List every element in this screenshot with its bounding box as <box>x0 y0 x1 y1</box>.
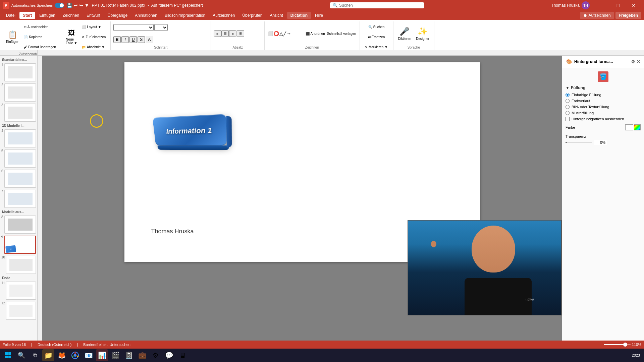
menu-item-datei[interactable]: Datei <box>3 12 19 19</box>
align-left-button[interactable]: ≡ <box>214 30 221 37</box>
taskbar-chrome[interactable] <box>69 349 81 361</box>
paste-button[interactable]: 📋 Einfügen <box>4 27 21 47</box>
undo-icon[interactable]: ↩ <box>74 3 78 8</box>
share-button[interactable]: Freigeben <box>615 12 641 19</box>
search-input[interactable] <box>339 3 413 8</box>
color-picker-button[interactable] <box>634 124 641 130</box>
font-color-button[interactable]: A <box>146 36 153 43</box>
right-panel: 🎨 Hintergrund forma... ⚙ ✕ 🪣 ▼ Füllung E… <box>562 56 644 341</box>
slide-thumb-4[interactable] <box>4 129 36 147</box>
radio-bild-textur[interactable]: Bild- oder Texturfüllung <box>566 105 641 109</box>
reset-button[interactable]: ↺ Zurücksetzen <box>80 32 108 42</box>
new-slide-button[interactable]: 🖼 NeueFolie ▼ <box>64 27 79 47</box>
slide-thumb-5[interactable] <box>4 149 36 168</box>
strikethrough-button[interactable]: S <box>138 36 145 43</box>
section-label-modelle: Modelle aus... <box>1 209 36 215</box>
taskview-button[interactable]: ⧉ <box>28 349 42 361</box>
shape-triangle[interactable]: △ <box>279 31 283 36</box>
font-family-select[interactable] <box>113 24 154 31</box>
slide-thumb-7[interactable] <box>4 190 36 208</box>
windows-logo <box>5 352 11 359</box>
zoom-slider[interactable] <box>604 344 631 345</box>
shape-arrow[interactable]: → <box>286 31 291 36</box>
radio-muster[interactable]: Musterfüllung <box>566 111 641 115</box>
transparenz-input[interactable] <box>594 140 607 145</box>
canvas-area[interactable]: Information 1 Thomas Hruska <box>42 56 562 341</box>
align-right-button[interactable]: ≡ <box>229 30 236 37</box>
menu-item-ansicht[interactable]: Ansicht <box>266 12 286 19</box>
checkbox-hintergrund[interactable]: Hintergrundgrafiken ausblenden <box>566 117 641 121</box>
taskbar-app-misc2[interactable]: 💬 <box>163 349 175 361</box>
dictate-button[interactable]: 🎤 Diktieren <box>396 23 413 44</box>
slide-thumb-10[interactable] <box>6 256 36 274</box>
replace-button[interactable]: ⇄ Ersetzen <box>366 32 387 42</box>
taskbar-teams[interactable]: 💼 <box>136 349 148 361</box>
menu-item-uebergaenge[interactable]: Übergänge <box>104 12 131 19</box>
radio-farbverlauf[interactable]: Farbverlauf <box>566 99 641 103</box>
taskbar-obs[interactable]: 🎬 <box>109 349 121 361</box>
slide-thumb-9[interactable]: i1 <box>4 236 36 254</box>
find-button[interactable]: 🔍 Suchen <box>366 22 387 32</box>
font-size-select[interactable] <box>154 24 168 31</box>
align-center-button[interactable]: ☰ <box>221 30 229 37</box>
redo-icon[interactable]: ↪ <box>79 3 83 8</box>
menu-item-entwurf[interactable]: Entwurf <box>83 12 104 19</box>
taskbar-outlook[interactable]: 📧 <box>83 349 95 361</box>
windows-start-button[interactable] <box>1 349 15 361</box>
italic-button[interactable]: I <box>121 36 129 43</box>
menu-item-bildschirm[interactable]: Bildschirmpräsentation <box>161 12 209 19</box>
minimize-button[interactable]: — <box>595 0 610 11</box>
layout-button[interactable]: ⬜ Layout ▼ <box>80 22 108 32</box>
menu-item-zeichnen[interactable]: Zeichnen <box>59 12 83 19</box>
search-taskbar-button[interactable]: 🔍 <box>15 349 28 361</box>
slide-panel[interactable]: Standardabsc... 1 2 3 3D Modelle i... 4 <box>0 56 38 341</box>
close-button[interactable]: ✕ <box>626 0 641 11</box>
menu-item-dictation[interactable]: Dictation <box>287 12 311 19</box>
taskbar-app-misc1[interactable]: ⚙ <box>150 349 162 361</box>
slide-thumb-11[interactable] <box>6 282 36 300</box>
shape-rect[interactable]: ⬜ <box>267 31 273 36</box>
menu-item-animationen[interactable]: Animationen <box>131 12 161 19</box>
cut-button[interactable]: ✂ Ausschneiden <box>22 22 58 32</box>
taskbar-explorer[interactable]: 📁 <box>42 349 54 361</box>
right-panel-close-icon[interactable]: ✕ <box>637 59 641 64</box>
autosave-indicator[interactable]: Automatisches Speichern <box>11 3 64 8</box>
taskbar-firefox[interactable]: 🦊 <box>56 349 68 361</box>
maximize-button[interactable]: □ <box>610 0 626 11</box>
right-panel-settings-icon[interactable]: ⚙ <box>631 59 635 64</box>
radio-einfarbig[interactable]: Einfarbige Füllung <box>566 93 641 97</box>
taskbar-app-misc3[interactable]: 🖥 <box>176 349 189 361</box>
slide-thumb-2[interactable] <box>4 83 36 102</box>
transparenz-track[interactable] <box>566 142 592 143</box>
slide-thumb-3[interactable] <box>4 104 36 122</box>
justify-button[interactable]: ≣ <box>237 30 244 37</box>
customize-icon[interactable]: ▼ <box>85 3 89 8</box>
menu-item-start[interactable]: Start <box>19 12 35 19</box>
fullung-header[interactable]: ▼ Füllung <box>566 85 641 90</box>
slide-thumb-1[interactable] <box>4 63 36 81</box>
record-button[interactable]: ⏺ Aufzeichnen <box>580 12 614 19</box>
taskbar-powerpoint[interactable]: 📊 <box>96 349 108 361</box>
menu-item-ueberpruefen[interactable]: Überprüfen <box>239 12 266 19</box>
zoom-controls[interactable]: 110% <box>604 343 641 347</box>
color-swatch[interactable] <box>625 124 633 130</box>
save-icon[interactable]: 💾 <box>67 3 72 8</box>
arrange-button[interactable]: ⬛ Anordnen <box>305 31 326 36</box>
underline-button[interactable]: U <box>129 36 137 43</box>
menu-item-aufzeichnen[interactable]: Aufzeichnen <box>209 12 238 19</box>
menu-item-hilfe[interactable]: Hilfe <box>312 12 326 19</box>
slide-thumb-6[interactable] <box>4 170 36 188</box>
slide-thumb-12[interactable] <box>6 302 36 320</box>
shape-line[interactable]: ╱ <box>283 31 286 36</box>
slide-thumb-8[interactable] <box>4 216 36 234</box>
shape-circle[interactable]: ⭕ <box>273 31 279 36</box>
designer-button[interactable]: ✨ Designer <box>414 23 431 44</box>
copy-button[interactable]: 📄 Kopieren <box>22 32 58 42</box>
quickstyles-button[interactable]: Schnellstil-vorlagen <box>326 31 357 36</box>
user-avatar[interactable]: TH <box>582 1 590 9</box>
info-3d-button[interactable]: Information 1 <box>152 114 226 145</box>
search-box[interactable]: 🔍 <box>330 2 424 8</box>
taskbar-onenote[interactable]: 📓 <box>123 349 135 361</box>
menu-item-einfuegen[interactable]: Einfügen <box>36 12 58 19</box>
bold-button[interactable]: B <box>113 36 121 43</box>
